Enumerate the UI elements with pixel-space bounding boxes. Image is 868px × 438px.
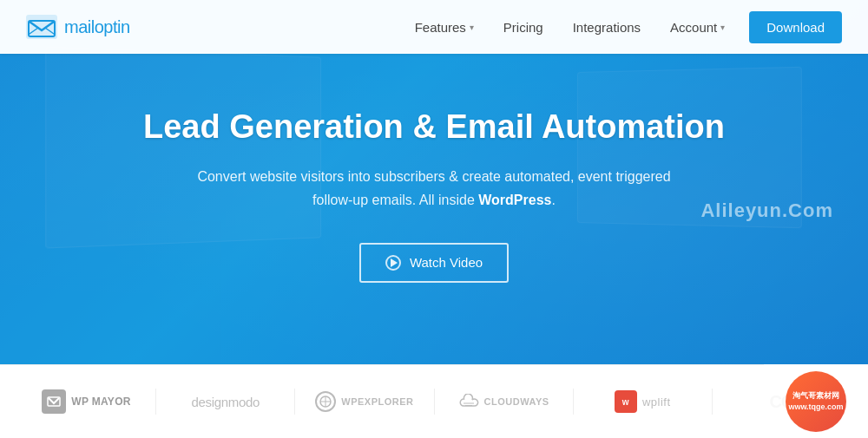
nav-account-label: Account — [670, 20, 717, 35]
logo-icon — [26, 15, 57, 39]
tge-circle: 淘气哥素材网 www.tqge.com — [786, 371, 846, 432]
wpexplorer-logo: WPEXPLORER — [315, 391, 413, 412]
nav-account[interactable]: Account ▾ — [658, 13, 737, 42]
designmodo-logo: designmodo — [191, 395, 260, 409]
nav-features[interactable]: Features ▾ — [403, 13, 486, 42]
nav-pricing-label: Pricing — [503, 20, 543, 35]
logo[interactable]: mailoptin — [26, 15, 130, 39]
nav-integrations-label: Integrations — [573, 20, 641, 35]
features-chevron-icon: ▾ — [470, 23, 474, 32]
hero-subtitle-end: . — [551, 193, 555, 207]
hero-content: Lead Generation & Email Automation Conve… — [108, 108, 760, 283]
tge-line2: www.tqge.com — [788, 402, 843, 413]
tge-text: 淘气哥素材网 www.tqge.com — [788, 390, 843, 412]
wp-mayor-logo: WP MAYOR — [42, 389, 130, 414]
partners-bar: WP MAYOR designmodo WPEXPLORER — [0, 364, 868, 438]
wpexplorer-icon — [315, 391, 336, 412]
wpexplorer-text: WPEXPLORER — [341, 396, 413, 407]
hero-subtitle-text1: Convert website visitors into subscriber… — [197, 169, 670, 207]
play-triangle — [391, 258, 398, 267]
hero-subtitle-bold: WordPress — [478, 193, 551, 207]
cloudways-logo: CLOUDWAYS — [458, 394, 549, 409]
wplift-icon: w — [615, 390, 637, 413]
navbar: mailoptin Features ▾ Pricing Integration… — [0, 0, 868, 54]
wp-mayor-icon — [42, 389, 66, 414]
svg-rect-0 — [26, 15, 57, 39]
nav-links: Features ▾ Pricing Integrations Account … — [403, 11, 842, 43]
wplift-logo: w wplift — [615, 390, 671, 413]
tge-line1: 淘气哥素材网 — [788, 390, 843, 402]
watch-video-label: Watch Video — [410, 255, 483, 270]
partner-wp-mayor: WP MAYOR — [17, 389, 155, 414]
logo-text-mail: mail — [64, 17, 95, 36]
logo-text-optin: optin — [95, 17, 130, 36]
cloudways-icon — [458, 394, 479, 409]
hero-subtitle: Convert website visitors into subscriber… — [191, 165, 677, 212]
tge-watermark: 淘气哥素材网 www.tqge.com — [764, 364, 868, 438]
hero-section: Lead Generation & Email Automation Conve… — [0, 0, 868, 364]
partner-wplift: w wplift — [574, 390, 712, 413]
logo-text: mailoptin — [64, 17, 130, 37]
watermark-text: Alileyun.Com — [700, 199, 833, 222]
partner-wpexplorer: WPEXPLORER — [295, 391, 433, 412]
partner-cloudways: CLOUDWAYS — [435, 394, 573, 409]
designmodo-text: designmodo — [191, 395, 260, 409]
download-button[interactable]: Download — [749, 11, 842, 43]
nav-pricing[interactable]: Pricing — [491, 13, 556, 42]
watch-video-button[interactable]: Watch Video — [359, 243, 509, 283]
account-chevron-icon: ▾ — [720, 23, 725, 32]
hero-title: Lead Generation & Email Automation — [143, 108, 725, 147]
cloudways-text: CLOUDWAYS — [484, 396, 549, 407]
wp-mayor-text: WP MAYOR — [71, 396, 130, 408]
nav-integrations[interactable]: Integrations — [561, 13, 653, 42]
wplift-text: wplift — [642, 396, 671, 409]
play-icon — [385, 255, 401, 271]
partner-designmodo: designmodo — [156, 395, 294, 409]
nav-features-label: Features — [415, 20, 466, 35]
